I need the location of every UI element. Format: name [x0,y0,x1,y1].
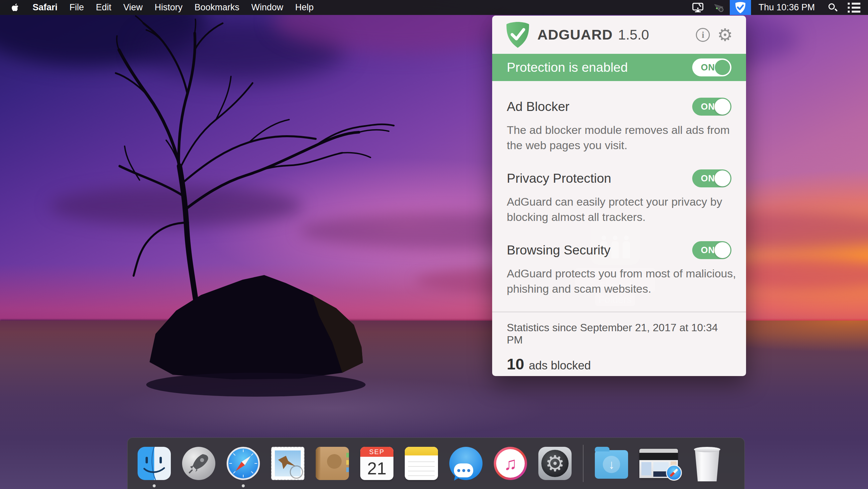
adguard-header: ADGUARD 1.5.0 i ⚙ [492,15,746,54]
browsing-security-toggle[interactable]: ON [692,241,732,259]
dock-item-trash[interactable] [690,447,724,480]
dock-item-contacts[interactable] [316,447,349,480]
stat-label: ads blocked [529,359,591,372]
ad-blocker-toggle[interactable]: ON [692,98,732,116]
calendar-day: 21 [360,457,394,480]
mail-icon [271,447,304,480]
dock-item-messages[interactable] [449,447,483,480]
adguard-menu-item[interactable] [730,0,751,15]
module-title: Ad Blocker [507,99,569,114]
notification-center-icon [848,3,860,12]
menu-clock[interactable]: Thu 10:36 PM [751,2,822,12]
parallels-toolbox-icon [713,2,725,13]
toggle-state: ON [701,245,715,256]
calendar-icon: SEP 21 [360,447,394,480]
info-icon[interactable]: i [696,28,710,42]
adguard-version: 1.5.0 [618,27,649,43]
module-privacy-protection: Privacy Protection ON AdGuard can easily… [507,153,732,225]
dock-item-safari[interactable] [227,447,260,480]
apple-logo-icon [11,3,20,12]
module-title: Browsing Security [507,243,611,257]
adguard-brand: ADGUARD [537,27,613,43]
menu-bar: Safari File Edit View History Bookmarks … [0,0,868,15]
privacy-protection-toggle[interactable]: ON [692,169,732,187]
safari-icon [227,447,260,480]
dock-item-mail[interactable] [271,447,304,480]
tree-island-silhouette [113,10,399,402]
calendar-month: SEP [360,447,394,457]
gear-icon[interactable]: ⚙ [717,26,733,43]
protection-toggle[interactable]: ON [692,59,732,76]
dock-item-launchpad[interactable] [182,447,215,480]
itunes-icon: ♫ [494,447,527,480]
module-ad-blocker: Ad Blocker ON The ad blocker module remo… [507,81,732,153]
spotlight-search-icon [829,3,837,12]
toggle-state: ON [701,173,715,184]
apple-menu[interactable] [0,0,27,15]
adguard-popover: Parallels Shared Folders ADGUARD 1.5.0 i… [492,15,746,376]
dock-item-minimized-window[interactable] [639,447,679,480]
dock-item-finder[interactable] [137,447,171,480]
notes-icon [405,447,438,480]
protection-banner-label: Protection is enabled [507,60,628,75]
protection-toggle-state: ON [701,62,715,73]
adguard-shield-logo [505,21,530,48]
launchpad-icon [182,447,215,480]
safari-badge-icon [666,465,682,481]
spotlight-menu-item[interactable] [822,0,843,15]
menu-item-history[interactable]: History [149,0,188,15]
module-title: Privacy Protection [507,171,611,186]
adguard-menu-shield-icon [735,2,746,13]
stat-value: 10 [507,355,524,373]
menu-item-view[interactable]: View [117,0,149,15]
toggle-state: ON [701,102,715,112]
toggle-knob [714,242,731,258]
dock-item-system-preferences[interactable]: ⚙ [538,447,571,480]
menu-item-bookmarks[interactable]: Bookmarks [188,0,245,15]
messages-icon [449,447,483,480]
dock: SEP 21 ♫ ⚙ [127,437,745,489]
statistics-since: Statistics since September 21, 2017 at 1… [507,322,732,346]
system-preferences-icon: ⚙ [538,447,571,480]
minimized-safari-window-thumbnail [639,449,678,478]
stat-ads-blocked: 10 ads blocked [507,355,732,373]
parallels-desktop-icon [692,3,704,12]
dock-divider [583,445,584,482]
module-browsing-security: Browsing Security ON AdGuard protects yo… [507,225,732,296]
menu-item-window[interactable]: Window [245,0,289,15]
notification-center-menu-item[interactable] [843,0,865,15]
toggle-knob [715,60,730,75]
module-description: AdGuard protects you from most of malici… [507,266,737,296]
trash-icon [693,447,721,482]
finder-icon [137,447,171,480]
contacts-icon [316,447,349,480]
dock-item-itunes[interactable]: ♫ [494,447,527,480]
menu-item-edit[interactable]: Edit [90,0,118,15]
toggle-knob [714,170,731,186]
menu-app-name[interactable]: Safari [27,0,63,15]
menu-item-file[interactable]: File [63,0,90,15]
module-description: AdGuard can easily protect your privacy … [507,194,737,225]
parallels-desktop-menu-item[interactable] [687,0,709,15]
protection-banner: Protection is enabled ON [492,54,746,81]
dock-item-calendar[interactable]: SEP 21 [360,447,394,480]
downloads-folder-icon: ↓ [595,450,628,479]
statistics-section: Statistics since September 21, 2017 at 1… [492,312,746,376]
menu-item-help[interactable]: Help [289,0,320,15]
desktop-screen: Safari File Edit View History Bookmarks … [0,0,868,489]
parallels-toolbox-menu-item[interactable] [709,0,730,15]
dock-item-notes[interactable] [405,447,438,480]
dock-item-downloads[interactable]: ↓ [595,447,628,480]
toggle-knob [714,99,731,115]
module-description: The ad blocker module removes all ads fr… [507,122,737,153]
